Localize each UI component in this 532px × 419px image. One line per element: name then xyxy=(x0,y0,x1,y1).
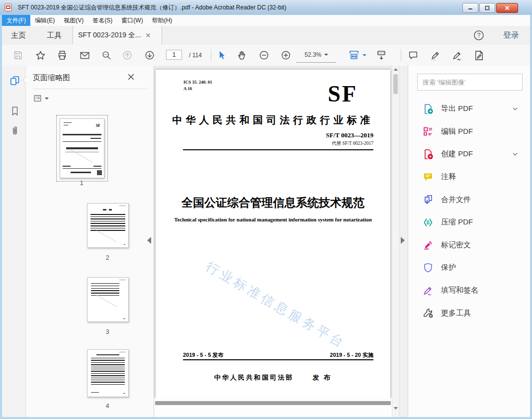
create-pdf-icon xyxy=(422,148,434,160)
thumbnail-label-2: 2 xyxy=(87,254,128,261)
fill-sign-tool-icon xyxy=(422,285,434,297)
tool-combine-files[interactable]: 合并文件 xyxy=(408,188,531,211)
tools-panel: 导出 PDF 编辑 PDF 创建 PDF xyxy=(408,66,530,417)
zoom-level-dropdown[interactable]: 52.3% xyxy=(296,47,336,63)
edit-pdf-toolbar-icon[interactable] xyxy=(471,45,486,66)
save-icon[interactable] xyxy=(11,45,25,66)
tool-fill-sign[interactable]: 填写和签名 xyxy=(408,279,531,302)
scroll-mode-icon[interactable] xyxy=(374,45,389,66)
comment-icon[interactable] xyxy=(406,45,421,66)
tool-more-tools[interactable]: 更多工具 xyxy=(408,302,531,324)
tool-redact[interactable]: 标记密文 xyxy=(408,234,531,257)
hand-tool-icon[interactable] xyxy=(236,45,250,66)
tool-label: 保护 xyxy=(441,263,456,272)
email-icon[interactable] xyxy=(78,45,91,66)
print-icon[interactable] xyxy=(55,45,69,66)
tab-tools[interactable]: 工具 xyxy=(47,31,62,40)
zoom-level-value: 52.3% xyxy=(304,51,321,58)
menu-sign[interactable]: 签名(S) xyxy=(88,15,117,26)
menu-help[interactable]: 帮助(H) xyxy=(148,15,177,26)
favorites-star-icon[interactable] xyxy=(33,45,47,66)
more-tools-icon xyxy=(422,307,434,319)
attachments-icon[interactable] xyxy=(9,125,20,138)
doc-impl-date: 2019 - 5 - 20 实施 xyxy=(330,351,373,359)
scrollbar-thumb[interactable] xyxy=(393,74,398,94)
tool-label: 更多工具 xyxy=(441,309,471,318)
protect-shield-icon xyxy=(422,262,434,274)
chevron-down-icon[interactable] xyxy=(512,105,519,112)
doc-issue-date: 2019 - 5 - 5 发布 xyxy=(183,351,223,359)
page-number-input[interactable] xyxy=(166,50,182,60)
doc-ics: ICS 35. 240. 01 xyxy=(183,80,212,85)
sign-in-link[interactable]: 登录 xyxy=(503,30,519,41)
chevron-down-icon[interactable] xyxy=(512,151,519,158)
fill-sign-icon[interactable] xyxy=(449,45,464,66)
tool-comment[interactable]: 注释 xyxy=(408,166,531,189)
minimize-button[interactable] xyxy=(462,3,478,13)
tool-label: 合并文件 xyxy=(441,195,471,205)
expand-right-panel-icon[interactable] xyxy=(401,237,405,244)
menu-window[interactable]: 窗口(W) xyxy=(117,15,147,26)
doc-standard-no: SF/T 0023—2019 xyxy=(326,131,373,139)
tab-close-icon[interactable] xyxy=(146,33,151,38)
tool-label: 标记密文 xyxy=(441,240,471,250)
hscrollbar-thumb[interactable] xyxy=(155,401,391,405)
doc-issuer: 中华人民共和国司法部 xyxy=(214,373,294,382)
window-title: SFT 0023-2019 全国公证综合管理信息系统技术规范（修订）.pdf -… xyxy=(18,3,286,12)
search-icon[interactable] xyxy=(99,45,113,66)
main-toolbar: / 114 52.3% xyxy=(2,45,530,66)
scroll-down-icon[interactable] xyxy=(394,407,398,410)
doc-watermark: 行业标准信息服务平台 xyxy=(203,258,350,352)
tools-list: 导出 PDF 编辑 PDF 创建 PDF xyxy=(408,98,531,324)
svg-text:?: ? xyxy=(477,32,481,39)
maximize-button[interactable] xyxy=(479,3,495,13)
tool-export-pdf[interactable]: 导出 PDF xyxy=(408,98,531,120)
help-icon[interactable]: ? xyxy=(473,30,484,43)
scroll-up-icon[interactable] xyxy=(394,68,398,71)
doc-issue-label: 发 布 xyxy=(313,373,332,382)
doc-title: 全国公证综合管理信息系统技术规范 xyxy=(156,195,390,210)
tab-home[interactable]: 主页 xyxy=(11,31,26,40)
thumbnail-page-3[interactable] xyxy=(87,277,129,322)
panel-options-icon[interactable] xyxy=(33,94,49,103)
tool-protect[interactable]: 保护 xyxy=(408,256,531,279)
panel-close-icon[interactable] xyxy=(127,73,135,81)
menu-view[interactable]: 视图(V) xyxy=(59,15,88,26)
tool-label: 填写和签名 xyxy=(441,286,478,295)
comment-tool-icon xyxy=(422,171,434,183)
document-scrollbar[interactable] xyxy=(392,66,399,417)
close-button[interactable] xyxy=(496,3,518,13)
pdf-page: ICS 35. 240. 01 A 16 SF 中华人民共和国司法行政行业标准 … xyxy=(156,70,390,398)
tool-label: 创建 PDF xyxy=(441,149,473,159)
thumbnail-page-2[interactable] xyxy=(87,203,129,248)
chevron-down-icon xyxy=(362,54,366,58)
doc-replaces: 代替 SF/T 0023-2017 xyxy=(332,140,373,147)
tab-document-label: SFT 0023-2019 全... xyxy=(78,31,141,40)
zoom-out-icon[interactable] xyxy=(257,45,271,66)
collapse-left-panel-icon[interactable] xyxy=(147,237,151,244)
bookmarks-icon[interactable] xyxy=(9,105,20,118)
tool-compress-pdf[interactable]: 压缩 PDF xyxy=(408,211,531,234)
tab-bar: 主页 工具 SFT 0023-2019 全... ? 登录 xyxy=(2,26,530,45)
edit-pdf-icon xyxy=(422,125,434,137)
highlight-icon[interactable] xyxy=(428,45,443,66)
next-page-icon[interactable] xyxy=(143,45,157,66)
tool-edit-pdf[interactable]: 编辑 PDF xyxy=(408,120,531,143)
menu-edit[interactable]: 编辑(E) xyxy=(30,15,59,26)
select-tool-icon[interactable] xyxy=(215,45,229,66)
horizontal-scrollbar[interactable] xyxy=(154,398,392,417)
tools-search-input[interactable] xyxy=(417,74,523,91)
pdf-file-icon xyxy=(4,3,12,13)
tool-label: 导出 PDF xyxy=(441,104,473,113)
thumbnail-page-4[interactable] xyxy=(87,349,129,397)
tool-create-pdf[interactable]: 创建 PDF xyxy=(408,143,531,166)
thumbnail-page-1[interactable]: SF xyxy=(60,118,104,178)
thumbnail-label-1: 1 xyxy=(60,179,103,187)
zoom-in-icon[interactable] xyxy=(279,45,293,66)
menu-file[interactable]: 文件(F) xyxy=(2,15,30,26)
page-thumbnails-icon[interactable] xyxy=(9,75,21,89)
fit-width-icon[interactable] xyxy=(346,45,368,66)
page-count-label: / 114 xyxy=(185,45,206,66)
previous-page-icon[interactable] xyxy=(120,45,134,66)
tab-document[interactable]: SFT 0023-2019 全... xyxy=(73,26,162,44)
